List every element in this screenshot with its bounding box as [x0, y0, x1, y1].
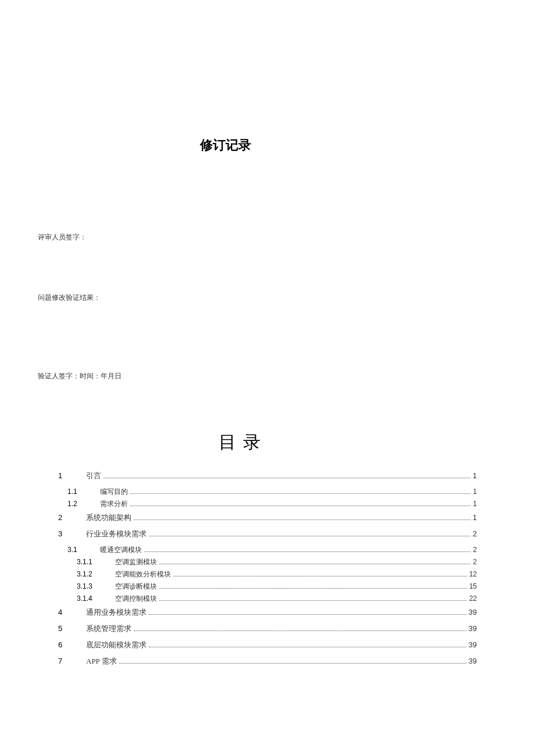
toc-entry-page: 2	[473, 546, 477, 554]
toc-dot-leader	[134, 519, 470, 520]
revision-record-title: 修订记录	[0, 137, 494, 154]
document-page: 修订记录 评审人员签字： 问题修改验证结果： 验证人签字：时间：年月日 目录 1…	[0, 137, 535, 667]
toc-entry-label: 需求分析	[100, 499, 128, 509]
toc-dot-leader	[159, 588, 467, 589]
toc-dot-leader	[149, 647, 466, 647]
toc-entry: 3.1.2空调能效分析模块12	[58, 569, 477, 579]
toc-entry-label: 空调监测模块	[115, 557, 157, 567]
toc-entry-number: 1	[58, 471, 76, 480]
toc-dot-leader	[134, 630, 466, 631]
toc-entry-number: 5	[58, 624, 76, 633]
toc-entry-label: APP 需求	[86, 656, 117, 667]
toc-entry: 4通用业务模块需求39	[58, 607, 477, 618]
toc-dot-leader	[130, 506, 470, 506]
toc-entry-page: 1	[473, 513, 477, 522]
toc-entry-label: 编写目的	[100, 487, 128, 497]
issue-verification-result-line: 问题修改验证结果：	[38, 293, 494, 303]
toc-dot-leader	[173, 576, 467, 576]
toc-entry-label: 引言	[86, 471, 101, 481]
toc-entry: 1引言1	[58, 471, 477, 481]
toc-entry: 3.1暖通空调模块2	[58, 545, 477, 555]
toc-entry-label: 空调控制模块	[115, 594, 157, 604]
toc-entry-page: 2	[473, 558, 477, 566]
toc-entry-number: 2	[58, 513, 76, 522]
toc-entry-page: 1	[473, 471, 477, 480]
toc-entry-number: 3.1.2	[77, 570, 105, 578]
toc-entry-label: 系统管理需求	[86, 624, 131, 634]
toc-entry: 3行业业务模块需求2	[58, 529, 477, 539]
toc-dot-leader	[130, 493, 470, 494]
toc-entry-page: 39	[469, 640, 477, 649]
toc-entry: 3.1.3空调诊断模块15	[58, 582, 477, 592]
toc-entry: 3.1.1空调监测模块2	[58, 557, 477, 567]
toc-entry-page: 39	[469, 624, 477, 633]
reviewer-sign-line: 评审人员签字：	[38, 232, 494, 242]
verifier-sign-date-line: 验证人签字：时间：年月日	[38, 371, 494, 381]
toc-entry-number: 7	[58, 657, 76, 665]
toc-entry: 1.2需求分析1	[58, 499, 477, 509]
toc-dot-leader	[144, 551, 470, 552]
toc-dot-leader	[149, 614, 466, 615]
toc-entry-number: 3	[58, 529, 76, 538]
toc-entry-number: 4	[58, 608, 76, 617]
toc-entry-page: 39	[469, 608, 477, 617]
toc-entry: 1.1编写目的1	[58, 487, 477, 497]
toc-entry: 2系统功能架构1	[58, 513, 477, 523]
toc-title: 目录	[0, 431, 494, 454]
toc-entry-page: 22	[469, 594, 477, 603]
toc-entry: 5系统管理需求39	[58, 624, 477, 634]
toc-dot-leader	[149, 536, 470, 536]
toc-dot-leader	[159, 600, 467, 601]
toc-dot-leader	[119, 663, 466, 664]
toc-entry-page: 39	[469, 657, 477, 665]
toc-entry-number: 6	[58, 640, 76, 649]
toc-entry-label: 行业业务模块需求	[86, 529, 147, 539]
toc-entry-label: 通用业务模块需求	[86, 607, 147, 618]
toc-entry-number: 3.1.4	[77, 594, 105, 603]
toc-entry: 3.1.4空调控制模块22	[58, 594, 477, 604]
table-of-contents: 1引言11.1编写目的11.2需求分析12系统功能架构13行业业务模块需求23.…	[41, 471, 494, 667]
toc-entry-page: 1	[473, 500, 477, 508]
toc-entry-page: 15	[469, 582, 477, 590]
toc-entry-label: 底层功能模块需求	[86, 640, 147, 650]
toc-dot-leader	[159, 564, 470, 564]
toc-entry-number: 3.1.3	[77, 582, 105, 590]
toc-entry: 6底层功能模块需求39	[58, 640, 477, 650]
toc-dot-leader	[104, 478, 470, 478]
toc-entry-page: 12	[469, 570, 477, 578]
toc-entry-label: 空调诊断模块	[115, 582, 157, 592]
toc-entry-label: 空调能效分析模块	[115, 569, 171, 579]
toc-entry: 7APP 需求39	[58, 656, 477, 667]
toc-entry-number: 3.1.1	[77, 558, 105, 566]
toc-entry-number: 1.1	[67, 488, 90, 496]
toc-entry-number: 3.1	[67, 546, 90, 554]
toc-entry-page: 2	[473, 529, 477, 538]
toc-entry-label: 暖通空调模块	[100, 545, 142, 555]
toc-entry-page: 1	[473, 488, 477, 496]
toc-entry-number: 1.2	[67, 500, 90, 508]
toc-entry-label: 系统功能架构	[86, 513, 131, 523]
